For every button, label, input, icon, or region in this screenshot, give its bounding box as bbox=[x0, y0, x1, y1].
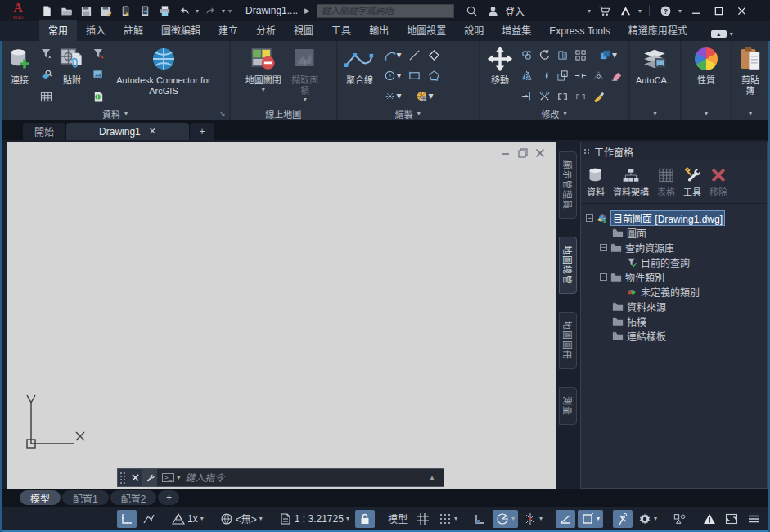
table-icon[interactable] bbox=[37, 88, 55, 105]
minimize-button[interactable] bbox=[686, 2, 705, 20]
collapse-icon[interactable]: − bbox=[600, 273, 607, 281]
snap-mode-dropdown[interactable]: ▾ bbox=[454, 515, 457, 522]
graphics-performance-icon[interactable] bbox=[700, 510, 719, 528]
offset-tool[interactable] bbox=[537, 65, 553, 85]
image-insert-icon[interactable] bbox=[89, 67, 107, 83]
dynamic-input-icon[interactable] bbox=[139, 510, 159, 528]
user-icon[interactable] bbox=[484, 2, 502, 19]
save-button[interactable] bbox=[77, 2, 95, 19]
drawing-close-icon[interactable] bbox=[535, 148, 545, 158]
geo-location-control[interactable]: <無> ▾ bbox=[217, 510, 266, 528]
overlap-order-tool[interactable]: ▾ bbox=[591, 45, 625, 65]
infer-constraints-icon[interactable] bbox=[117, 510, 137, 528]
command-recent-dropdown[interactable]: ▾ bbox=[176, 474, 181, 481]
taskpane-data-button[interactable]: 資料 bbox=[584, 165, 607, 200]
tree-item-link-templates[interactable]: 連結樣板 bbox=[583, 328, 765, 343]
arc-dropdown[interactable]: ▾ bbox=[397, 49, 402, 61]
file-tab-drawing1[interactable]: Drawing1 ✕ bbox=[66, 123, 189, 140]
maximize-button[interactable] bbox=[709, 2, 728, 20]
panel-modify-footer[interactable]: 修改▾ bbox=[480, 106, 628, 120]
ribbon-tab-help[interactable]: 說明 bbox=[455, 20, 493, 41]
panel-modify-dropdown[interactable]: ▾ bbox=[562, 110, 567, 117]
annotation-visibility-icon[interactable] bbox=[613, 510, 633, 528]
otrack-dropdown[interactable]: ▾ bbox=[539, 515, 543, 522]
side-tab-survey[interactable]: 測量 bbox=[559, 387, 577, 425]
undo-dropdown[interactable]: ▾ bbox=[195, 7, 200, 15]
panel-autocad-footer[interactable]: ▾ bbox=[630, 106, 680, 120]
ribbon-tab-map-setup[interactable]: 地圖設置 bbox=[398, 20, 455, 41]
point-tool[interactable]: ▾ bbox=[381, 86, 404, 106]
tree-item-current-drawing[interactable]: − 目前圖面 [Drawing1.dwg] bbox=[583, 210, 765, 225]
sign-in-button[interactable]: 登入 bbox=[505, 4, 525, 18]
panel-data-dropdown[interactable]: ▾ bbox=[124, 110, 128, 117]
model-space-toggle[interactable]: 模型 bbox=[385, 510, 411, 528]
redo-button[interactable] bbox=[201, 2, 219, 19]
annotation-scale-control[interactable]: 1x ▾ bbox=[169, 510, 207, 528]
autocad-layers-button[interactable]: AutoCA... bbox=[633, 43, 677, 106]
ortho-mode-icon[interactable] bbox=[471, 510, 490, 528]
autodesk-apps-dropdown[interactable]: ▾ bbox=[637, 7, 642, 15]
side-tab-map-explorer[interactable]: 地圖總管 bbox=[559, 237, 577, 294]
panel-properties-footer[interactable]: ▾ bbox=[682, 106, 731, 120]
workspace-dropdown[interactable]: ▾ bbox=[654, 515, 657, 522]
map-off-button[interactable]: 地圖關閉 ▾ bbox=[243, 43, 284, 106]
scale-lock-icon[interactable] bbox=[355, 510, 375, 528]
osnap-dropdown[interactable]: ▾ bbox=[597, 515, 600, 522]
connect-button[interactable]: 連接 bbox=[5, 43, 34, 106]
viewport-scale-control[interactable]: 1 : 3.21725 ▾ bbox=[276, 510, 353, 528]
join-tool[interactable] bbox=[555, 86, 571, 106]
save-as-button[interactable] bbox=[97, 2, 115, 19]
open-file-button[interactable] bbox=[57, 2, 75, 19]
open-from-mobile-button[interactable] bbox=[136, 2, 154, 19]
file-tab-close-icon[interactable]: ✕ bbox=[149, 126, 156, 137]
dialog-launcher-icon[interactable]: ↘ bbox=[219, 110, 226, 118]
panel-draw-dropdown[interactable]: ▾ bbox=[417, 110, 421, 117]
attach-button[interactable]: 貼附 bbox=[57, 43, 87, 106]
line-tool[interactable] bbox=[406, 45, 424, 65]
command-prompt-icon[interactable]: >_▾ bbox=[162, 473, 181, 482]
object-snap-tracking-icon[interactable]: ▾ bbox=[520, 510, 546, 528]
side-tab-display-manager[interactable]: 顯示管理員 bbox=[559, 151, 577, 219]
new-drawing-tab-button[interactable]: + bbox=[190, 123, 214, 140]
map-data-icon[interactable] bbox=[89, 88, 107, 105]
clean-screen-icon[interactable] bbox=[722, 510, 741, 528]
ribbon-tab-express-tools[interactable]: Express Tools bbox=[540, 22, 619, 41]
ribbon-tab-featured-apps[interactable]: 精選應用程式 bbox=[619, 20, 696, 41]
rotate-tool[interactable] bbox=[537, 45, 553, 65]
object-snap-icon[interactable]: ▾ bbox=[578, 510, 603, 528]
rectangle-revision-tool[interactable] bbox=[426, 45, 444, 65]
collapse-icon[interactable]: − bbox=[586, 214, 593, 222]
ribbon-tab-view[interactable]: 視圖 bbox=[285, 20, 322, 41]
app-logo[interactable]: A M3D bbox=[0, 0, 36, 21]
ribbon-tab-feature-edit[interactable]: 圖徵編輯 bbox=[152, 20, 209, 41]
join-endpoint-tool[interactable] bbox=[573, 86, 589, 106]
panel-clipboard-dropdown[interactable]: ▾ bbox=[748, 110, 753, 117]
scale-tool[interactable] bbox=[555, 65, 571, 85]
command-history-up-icon[interactable]: ▲ bbox=[426, 474, 439, 481]
rectangle-tool[interactable] bbox=[406, 65, 424, 85]
close-button[interactable] bbox=[732, 2, 751, 20]
hatch-tool[interactable]: ▾ bbox=[406, 86, 444, 106]
command-customize-wrench-icon[interactable] bbox=[142, 469, 157, 486]
ribbon-minimize-dropdown[interactable]: ▾ bbox=[729, 30, 734, 38]
autodesk-a-icon[interactable] bbox=[616, 2, 634, 19]
ribbon-tab-addins[interactable]: 增益集 bbox=[493, 20, 540, 41]
grid-display-icon[interactable] bbox=[413, 510, 433, 528]
collapse-icon[interactable]: − bbox=[600, 244, 607, 251]
qat-customize-dropdown[interactable]: ▿ bbox=[227, 7, 232, 15]
command-close-icon[interactable] bbox=[128, 469, 142, 486]
ribbon-tab-home[interactable]: 常用 bbox=[39, 20, 77, 41]
workspace-gear-icon[interactable]: ▾ bbox=[635, 510, 660, 528]
properties-button[interactable]: 性質 bbox=[692, 43, 720, 106]
explode-tool[interactable] bbox=[591, 86, 607, 106]
layout-tab-layout2[interactable]: 配置2 bbox=[110, 490, 157, 505]
drawing-canvas[interactable]: >_▾ ▲ bbox=[7, 142, 556, 489]
ribbon-tab-analyze[interactable]: 分析 bbox=[247, 20, 285, 41]
snap-mode-icon[interactable]: ▾ bbox=[435, 510, 461, 528]
trim-tool[interactable] bbox=[519, 86, 535, 106]
file-tab-start[interactable]: 開始 bbox=[23, 123, 65, 140]
point-dropdown[interactable]: ▾ bbox=[397, 90, 402, 101]
mirror-copy-tool[interactable] bbox=[555, 45, 571, 65]
drawing-minimize-icon[interactable] bbox=[501, 148, 511, 158]
filter-icon[interactable] bbox=[37, 45, 55, 61]
